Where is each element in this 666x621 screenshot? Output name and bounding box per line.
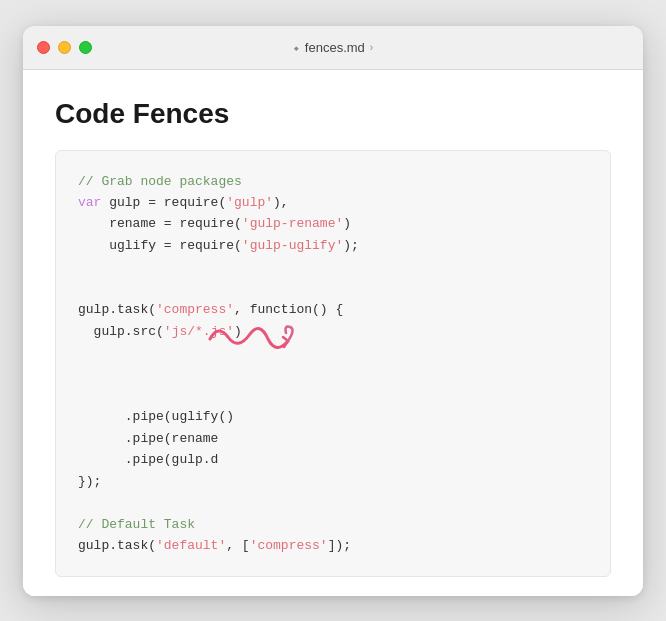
code-line: var gulp = require('gulp'), [78,192,588,213]
titlebar-center: ⬥ fences.md › [293,40,373,55]
code-line: rename = require('gulp-rename') [78,213,588,234]
content-area: Code Fences // Grab node packages var gu… [23,70,643,596]
chevron-icon[interactable]: › [370,42,373,53]
close-button[interactable] [37,41,50,54]
window-title: fences.md [305,40,365,55]
page-title: Code Fences [55,98,611,130]
code-line: .pipe(gulp.d [78,449,588,470]
traffic-lights [37,41,92,54]
file-icon: ⬥ [293,41,300,53]
code-line: gulp.task('compress', function() { [78,299,588,320]
code-line: }); [78,471,588,492]
code-line: gulp.src('js/*.js') [78,321,588,407]
code-line: uglify = require('gulp-uglify'); [78,235,588,256]
empty-line [78,492,588,513]
code-line: .pipe(rename [78,428,588,449]
empty-line [78,256,588,277]
code-line: gulp.task('default', ['compress']); [78,535,588,556]
titlebar: ⬥ fences.md › [23,26,643,70]
code-line: .pipe(uglify() [78,406,588,427]
maximize-button[interactable] [79,41,92,54]
code-line: // Grab node packages [78,171,588,192]
app-window: ⬥ fences.md › Code Fences // Grab node p… [23,26,643,596]
code-line: // Default Task [78,514,588,535]
minimize-button[interactable] [58,41,71,54]
empty-line [78,278,588,299]
code-block: // Grab node packages var gulp = require… [55,150,611,578]
